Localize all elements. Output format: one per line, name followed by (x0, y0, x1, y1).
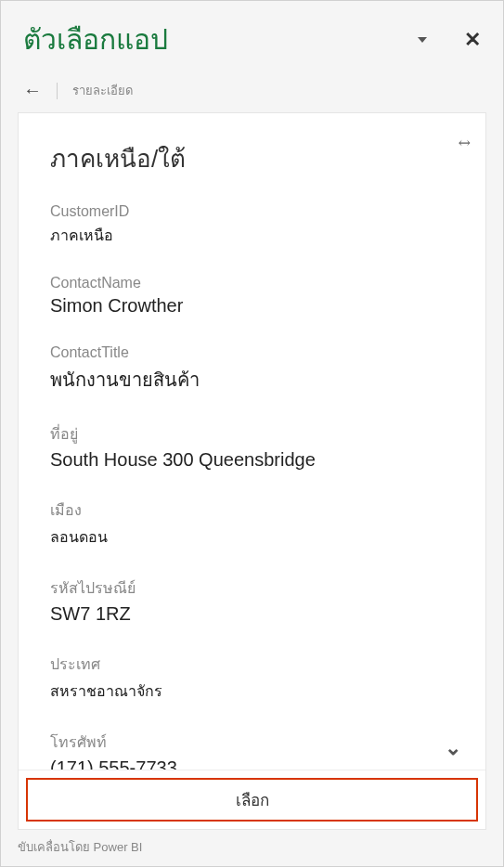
nav-bar: ← รายละเอียด (1, 71, 503, 112)
field-label: ContactName (50, 275, 454, 291)
back-arrow-icon[interactable]: ← (23, 80, 42, 101)
breadcrumb: รายละเอียด (72, 81, 133, 100)
app-title: ตัวเลือกแอป (23, 18, 168, 61)
expand-icon[interactable]: ⤢ (454, 132, 475, 153)
field-contact-title: ContactTitle พนักงานขายสินค้า (50, 344, 454, 395)
detail-title: ภาคเหนือ/ใต้ (50, 139, 454, 177)
select-button[interactable]: เลือก (26, 778, 478, 822)
field-address: ที่อยู่ South House 300 Queensbridge (50, 422, 454, 471)
detail-scroll[interactable]: ⤢ ภาคเหนือ/ใต้ CustomerID ภาคเหนือ Conta… (19, 113, 485, 770)
title-controls: ✕ (418, 30, 481, 50)
field-label: โทรศัพท์ (50, 731, 454, 754)
field-value: Simon Crowther (50, 295, 454, 317)
field-value: (171) 555-7733 (50, 757, 454, 770)
field-label: ที่อยู่ (50, 422, 454, 446)
field-phone: โทรศัพท์ (171) 555-7733 (50, 731, 454, 770)
field-country: ประเทศ สหราชอาณาจักร (50, 653, 454, 703)
field-label: รหัสไปรษณีย์ (50, 576, 454, 600)
field-value: ภาคเหนือ (50, 224, 454, 247)
action-bar: เลือก (19, 770, 485, 829)
field-value: SW7 1RZ (50, 603, 454, 625)
field-city: เมือง ลอนดอน (50, 498, 454, 549)
close-icon[interactable]: ✕ (464, 30, 481, 50)
field-value: สหราชอาณาจักร (50, 679, 454, 703)
field-label: CustomerID (50, 203, 454, 220)
field-value: พนักงานขายสินค้า (50, 365, 454, 395)
field-label: เมือง (50, 498, 454, 522)
dropdown-caret-icon[interactable] (418, 37, 427, 43)
chevron-down-icon[interactable]: ⌄ (445, 736, 461, 760)
field-postal-code: รหัสไปรษณีย์ SW7 1RZ (50, 576, 454, 625)
footer-powered-by: ขับเคลื่อนโดย Power BI (1, 830, 503, 866)
field-contact-name: ContactName Simon Crowther (50, 275, 454, 317)
app-window: ตัวเลือกแอป ✕ ← รายละเอียด ⤢ ภาคเหนือ/ใต… (0, 0, 504, 867)
field-value: South House 300 Queensbridge (50, 449, 454, 471)
title-bar: ตัวเลือกแอป ✕ (1, 1, 503, 71)
field-label: ประเทศ (50, 653, 454, 676)
field-value: ลอนดอน (50, 525, 454, 549)
field-customer-id: CustomerID ภาคเหนือ (50, 203, 454, 247)
content-area: ⤢ ภาคเหนือ/ใต้ CustomerID ภาคเหนือ Conta… (18, 112, 486, 830)
field-label: ContactTitle (50, 344, 454, 361)
nav-divider (57, 83, 58, 99)
